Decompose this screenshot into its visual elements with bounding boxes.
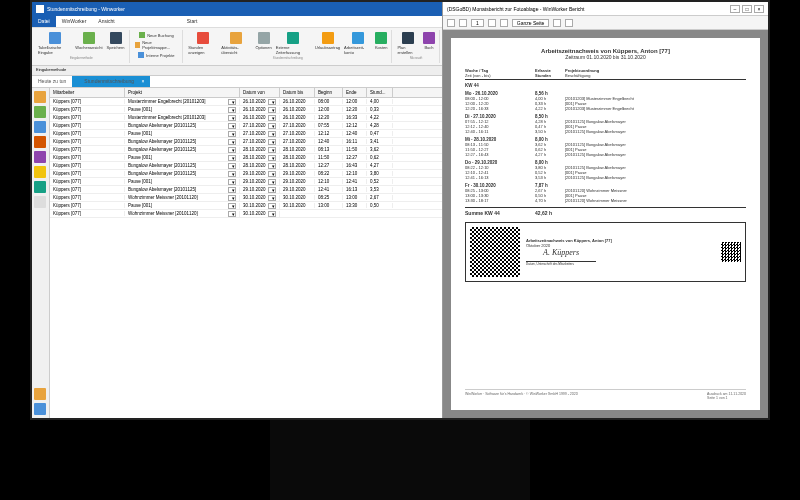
- col-mitarbeiter[interactable]: Mitarbeiter: [50, 88, 125, 97]
- dropdown-icon[interactable]: ▾: [228, 139, 236, 145]
- table-row[interactable]: Küppers [077] Bungalow Abelsmayer [20101…: [50, 146, 442, 154]
- btn-optionen[interactable]: Optionen: [254, 31, 272, 56]
- menu-start[interactable]: Start: [181, 16, 204, 27]
- sidebar-icon[interactable]: [34, 166, 46, 178]
- table-row[interactable]: Küppers [077] Wohnzimmer Meissner [20101…: [50, 194, 442, 202]
- table-row[interactable]: Küppers [077] Wohnzimmer Meissner [20101…: [50, 210, 442, 218]
- dropdown-icon[interactable]: ▾: [228, 131, 236, 137]
- btn-wochenansicht[interactable]: Wochenansicht: [74, 31, 103, 56]
- table-row[interactable]: Küppers [077] Bungalow Abelsmayer [20101…: [50, 122, 442, 130]
- menu-ansicht[interactable]: Ansicht: [92, 16, 120, 27]
- dropdown-icon[interactable]: ▾: [268, 179, 276, 185]
- nav-prev-icon[interactable]: [459, 19, 467, 27]
- col-beginn[interactable]: Beginn: [315, 88, 343, 97]
- btn-kosten[interactable]: Kosten: [374, 31, 388, 56]
- sum-row: Summe KW 44 42,62 h: [465, 207, 746, 216]
- dropdown-icon[interactable]: ▾: [268, 163, 276, 169]
- tab-heute[interactable]: Heute zu tun: [32, 76, 72, 87]
- dropdown-icon[interactable]: ▾: [268, 195, 276, 201]
- dropdown-icon[interactable]: ▾: [228, 195, 236, 201]
- minimize-button[interactable]: –: [730, 5, 740, 13]
- col-projekt[interactable]: Projekt: [125, 88, 240, 97]
- sidebar-icon[interactable]: [34, 388, 46, 400]
- table-row[interactable]: Küppers [077] Musterzimmer Engelbrecht […: [50, 114, 442, 122]
- qr-code-small-icon: [721, 242, 741, 262]
- table-row[interactable]: Küppers [077] Pause [001]▾26.10.2020▾26.…: [50, 106, 442, 114]
- dropdown-icon[interactable]: ▾: [268, 147, 276, 153]
- dropdown-icon[interactable]: ▾: [228, 211, 236, 217]
- table-row[interactable]: Küppers [077] Musterzimmer Engelbrecht […: [50, 98, 442, 106]
- col-stunden[interactable]: Stund...: [367, 88, 393, 97]
- table-row[interactable]: Küppers [077] Pause [001]▾28.10.2020▾28.…: [50, 154, 442, 162]
- sidebar-icon[interactable]: [34, 121, 46, 133]
- sidebar-icon[interactable]: [34, 106, 46, 118]
- zoom-out-icon[interactable]: [553, 19, 561, 27]
- nav-first-icon[interactable]: [447, 19, 455, 27]
- sidebar-icon[interactable]: [34, 181, 46, 193]
- zoom-in-icon[interactable]: [565, 19, 573, 27]
- report-viewport[interactable]: Arbeitszeitnachweis von Küppers, Anton […: [443, 30, 768, 418]
- btn-tabellarische[interactable]: Tabellarische Eingabe: [37, 31, 72, 56]
- btn-externe[interactable]: Externe Zeiterfassung: [275, 31, 312, 56]
- dropdown-icon[interactable]: ▾: [228, 163, 236, 169]
- zoom-label[interactable]: Ganze Seite: [512, 19, 550, 27]
- table-row[interactable]: Küppers [077] Bungalow Abelsmayer [20101…: [50, 186, 442, 194]
- dropdown-icon[interactable]: ▾: [268, 139, 276, 145]
- sidebar-icon[interactable]: [34, 403, 46, 415]
- btn-plan[interactable]: Plan erstellen: [396, 31, 420, 56]
- dropdown-icon[interactable]: ▾: [228, 179, 236, 185]
- dropdown-icon[interactable]: ▾: [228, 171, 236, 177]
- page-number[interactable]: 1: [471, 19, 484, 27]
- dropdown-icon[interactable]: ▾: [268, 155, 276, 161]
- dropdown-icon[interactable]: ▾: [268, 115, 276, 121]
- dropdown-icon[interactable]: ▾: [268, 171, 276, 177]
- btn-speichern[interactable]: Speichern: [106, 31, 126, 56]
- dropdown-icon[interactable]: ▾: [228, 107, 236, 113]
- close-button[interactable]: ×: [754, 5, 764, 13]
- sidebar-icon[interactable]: [34, 91, 46, 103]
- nav-last-icon[interactable]: [500, 19, 508, 27]
- btn-interne-projekte[interactable]: Interne Projekte: [137, 51, 175, 59]
- dropdown-icon[interactable]: ▾: [228, 115, 236, 121]
- dropdown-icon[interactable]: ▾: [268, 187, 276, 193]
- dropdown-icon[interactable]: ▾: [268, 107, 276, 113]
- dropdown-icon[interactable]: ▾: [268, 123, 276, 129]
- dropdown-icon[interactable]: ▾: [228, 203, 236, 209]
- col-datum-von[interactable]: Datum von: [240, 88, 280, 97]
- dropdown-icon[interactable]: ▾: [268, 99, 276, 105]
- col-ende[interactable]: Ende: [343, 88, 367, 97]
- dropdown-icon[interactable]: ▾: [228, 147, 236, 153]
- dropdown-icon[interactable]: ▾: [268, 203, 276, 209]
- maximize-button[interactable]: □: [742, 5, 752, 13]
- table-row[interactable]: Küppers [077] Pause [001]▾27.10.2020▾27.…: [50, 130, 442, 138]
- tab-stunden[interactable]: Stundenmitschreibung ×: [72, 76, 150, 87]
- dropdown-icon[interactable]: ▾: [268, 211, 276, 217]
- dropdown-icon[interactable]: ▾: [228, 155, 236, 161]
- dropdown-icon[interactable]: ▾: [228, 187, 236, 193]
- btn-stunden-anzeigen[interactable]: Stunden anzeigen: [187, 31, 218, 56]
- sidebar-icon[interactable]: [34, 196, 46, 208]
- dropdown-icon[interactable]: ▾: [268, 131, 276, 137]
- btn-neue-buchung[interactable]: Neue Buchung: [138, 31, 174, 39]
- dropdown-icon[interactable]: ▾: [228, 123, 236, 129]
- table-row[interactable]: Küppers [077] Bungalow Abelsmayer [20101…: [50, 162, 442, 170]
- menu-winworker[interactable]: WinWorker: [56, 16, 93, 27]
- btn-urlaubsantrag[interactable]: Urlaubsantrag: [314, 31, 341, 56]
- day-block: Mo · 26.10.20208,56 h08:00 - 12:004,00 h…: [465, 91, 746, 111]
- menu-datei[interactable]: Datei: [32, 16, 56, 27]
- table-row[interactable]: Küppers [077] Pause [001]▾30.10.2020▾30.…: [50, 202, 442, 210]
- btn-arbeitszeit[interactable]: Arbeitszeit-konto: [343, 31, 372, 56]
- nav-next-icon[interactable]: [488, 19, 496, 27]
- timesheet-grid[interactable]: Mitarbeiter Projekt Datum von Datum bis …: [50, 88, 442, 418]
- btn-buch[interactable]: Buch: [422, 31, 436, 56]
- col-datum-bis[interactable]: Datum bis: [280, 88, 315, 97]
- sidebar-icon[interactable]: [34, 136, 46, 148]
- btn-aktivitaets[interactable]: Aktivitäts-übersicht: [220, 31, 252, 56]
- table-row[interactable]: Küppers [077] Pause [001]▾29.10.2020▾29.…: [50, 178, 442, 186]
- main-titlebar: Stundenmitschreibung - Winworker: [32, 2, 442, 16]
- table-row[interactable]: Küppers [077] Bungalow Abelsmayer [20101…: [50, 170, 442, 178]
- dropdown-icon[interactable]: ▾: [228, 99, 236, 105]
- sidebar-icon[interactable]: [34, 151, 46, 163]
- btn-neue-projektmappe[interactable]: Neue Projektmappe...: [134, 39, 180, 51]
- table-row[interactable]: Küppers [077] Bungalow Abelsmayer [20101…: [50, 138, 442, 146]
